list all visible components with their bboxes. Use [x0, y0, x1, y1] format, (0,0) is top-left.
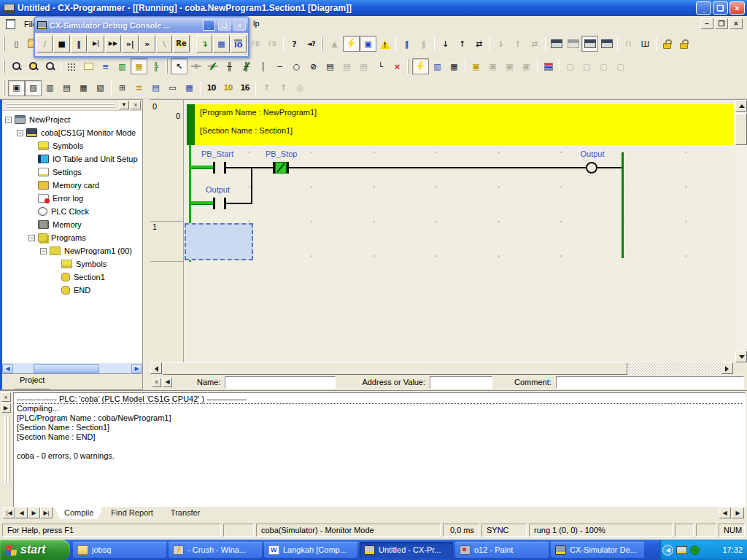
- program-check-button[interactable]: [376, 36, 393, 52]
- tree-item-memory[interactable]: Memory: [2, 218, 142, 231]
- new-line-connect-button[interactable]: └: [372, 58, 389, 74]
- tree-item-error-log[interactable]: Error log: [2, 192, 142, 205]
- scroll-thumb[interactable]: [34, 364, 99, 373]
- help-button[interactable]: ?: [286, 36, 303, 52]
- panel-splitter[interactable]: [143, 99, 150, 390]
- tree-expander-icon[interactable]: [5, 117, 12, 123]
- monitor-window-4-button[interactable]: ▢: [612, 58, 629, 74]
- rung-1-margin[interactable]: 1: [150, 222, 184, 262]
- console-maximize-button[interactable]: ❏: [218, 20, 231, 31]
- partial-compare-button[interactable]: ⇄: [526, 36, 543, 52]
- scroll-left-icon[interactable]: [150, 362, 162, 374]
- tree-item-program-symbols[interactable]: Symbols: [2, 257, 142, 271]
- zoom-out-button[interactable]: [42, 58, 58, 74]
- console-title-bar[interactable]: CX-Simulator Debug Console ... _ ❏ ×: [35, 18, 248, 33]
- scroll-thumb[interactable]: [163, 362, 627, 375]
- pause-monitor-button[interactable]: ‖: [415, 36, 432, 52]
- continuous-step-run-button[interactable]: ▶▶: [105, 35, 121, 52]
- io-break-condition-button[interactable]: IO: [231, 35, 247, 52]
- transfer-to-simulator-button[interactable]: ▥: [429, 58, 446, 74]
- coil-output-icon[interactable]: [586, 162, 597, 174]
- output-gripper[interactable]: [4, 417, 9, 483]
- upload-from-plc-button[interactable]: ↑: [454, 36, 471, 52]
- ladder-vscrollbar[interactable]: [735, 100, 747, 362]
- minimize-button[interactable]: _: [696, 1, 711, 15]
- monitor-hex-button[interactable]: 16: [236, 80, 253, 96]
- new-closed-contact-button[interactable]: ⊣⊢: [204, 58, 221, 74]
- run-mode-button[interactable]: [598, 36, 615, 52]
- set-new-value-button[interactable]: ⊓: [620, 36, 637, 52]
- rung-0-margin[interactable]: 0 0: [150, 101, 184, 222]
- task-cx-simulator[interactable]: CX-Simulator De...: [551, 542, 644, 558]
- simulator-window-button[interactable]: ▣: [360, 36, 376, 52]
- scroll-right-icon[interactable]: ▶: [131, 364, 142, 373]
- workspace-close-button[interactable]: x: [131, 101, 141, 109]
- go-to-previous-jump-button[interactable]: ↑: [258, 80, 275, 96]
- tree-item-memory-card[interactable]: Memory card: [2, 179, 142, 192]
- tree-item-programs[interactable]: Programs: [2, 231, 142, 244]
- tab-project[interactable]: Project: [8, 374, 56, 389]
- menu-help-partial[interactable]: lp: [253, 19, 260, 28]
- contact-pb-start-icon[interactable]: [213, 162, 215, 174]
- pause-at-button[interactable]: \: [156, 35, 172, 52]
- tree-item-io-table[interactable]: IO Table and Unit Setup: [2, 152, 142, 166]
- monitor-window-1-button[interactable]: ▢: [562, 58, 578, 74]
- toggle-memory-window-button[interactable]: ▦: [75, 80, 92, 96]
- new-vertical-line-button[interactable]: │: [255, 58, 271, 74]
- grid-toggle-button[interactable]: [63, 58, 80, 74]
- task-winamp[interactable]: - Crush - Wina...: [169, 542, 262, 558]
- tree-item-newprogram1[interactable]: NewProgram1 (00): [2, 244, 142, 257]
- close-button[interactable]: ×: [729, 1, 745, 15]
- download-to-plc-button[interactable]: ↓: [437, 36, 454, 52]
- work-online-simulator-button[interactable]: [343, 36, 360, 52]
- new-instruction-3-button[interactable]: ▤: [355, 58, 372, 74]
- rung-annotation-button[interactable]: ≡: [97, 58, 114, 74]
- tabs-scroll-left-button[interactable]: ◀: [719, 508, 731, 518]
- online-edit-cancel-button[interactable]: ▣: [518, 58, 535, 74]
- maximize-button[interactable]: ❏: [713, 1, 728, 15]
- tree-expander-icon[interactable]: [40, 248, 47, 254]
- scroll-up-icon[interactable]: [735, 100, 747, 112]
- console-close-button[interactable]: ×: [233, 20, 246, 31]
- online-edit-button[interactable]: ▣: [468, 58, 484, 74]
- scan-run-button[interactable]: /: [36, 35, 53, 52]
- new-instruction-2-button[interactable]: ▤: [338, 58, 355, 74]
- toggle-properties-button[interactable]: ▧: [92, 80, 109, 96]
- differential-monitor-button[interactable]: Ш: [637, 36, 654, 52]
- interrupt-condition-button[interactable]: ▦: [213, 35, 229, 52]
- online-edit-ok-button[interactable]: ▣: [501, 58, 518, 74]
- new-horizontal-line-button[interactable]: ─: [271, 58, 288, 74]
- tree-item-newproject[interactable]: NewProject: [2, 113, 142, 126]
- new-coil-button[interactable]: ○: [288, 58, 305, 74]
- partial-download-button[interactable]: ↓: [492, 36, 509, 52]
- address-monitor-button[interactable]: ◎: [292, 80, 309, 96]
- output-close-button[interactable]: x: [1, 392, 11, 402]
- tree-item-symbols[interactable]: Symbols: [2, 139, 142, 152]
- tree-expander-icon[interactable]: [28, 235, 35, 241]
- start-button[interactable]: start: [0, 540, 70, 560]
- program-mode-button[interactable]: [548, 36, 565, 52]
- task-paint[interactable]: o12 - Paint: [455, 542, 549, 558]
- step-in-button[interactable]: »|: [122, 35, 138, 52]
- send-online-edit-button[interactable]: ▣: [484, 58, 501, 74]
- partial-upload-button[interactable]: ↑: [509, 36, 526, 52]
- function-block-button[interactable]: FB: [247, 36, 264, 52]
- rung-comment-button[interactable]: [80, 58, 97, 74]
- change-plc-button[interactable]: ▲: [326, 36, 343, 52]
- new-or-closed-contact-button[interactable]: ╫: [238, 58, 255, 74]
- task-operation-button[interactable]: ↴: [196, 35, 212, 52]
- new-contact-button[interactable]: ⊣⊢: [187, 58, 204, 74]
- rung-comment-banner[interactable]: [Program Name : NewProgram1] [Section Na…: [195, 104, 733, 145]
- tray-collapse-icon[interactable]: ◀: [662, 545, 673, 556]
- address-reference-tool-button[interactable]: [540, 58, 557, 74]
- zoom-to-fit-button[interactable]: [8, 58, 25, 74]
- name-input[interactable]: [225, 376, 336, 389]
- tree-item-settings[interactable]: Settings: [2, 166, 142, 179]
- task-word[interactable]: Langkah [Comp...: [264, 542, 357, 558]
- new-instruction-button[interactable]: ▤: [322, 58, 338, 74]
- workspace-dropdown-button[interactable]: ▼: [119, 101, 129, 109]
- workspace-gripper[interactable]: [7, 103, 115, 108]
- symbol-tree-button[interactable]: ╠: [147, 58, 164, 74]
- dialog-view-button[interactable]: ▭: [164, 80, 181, 96]
- ladder-hscrollbar[interactable]: [150, 362, 733, 375]
